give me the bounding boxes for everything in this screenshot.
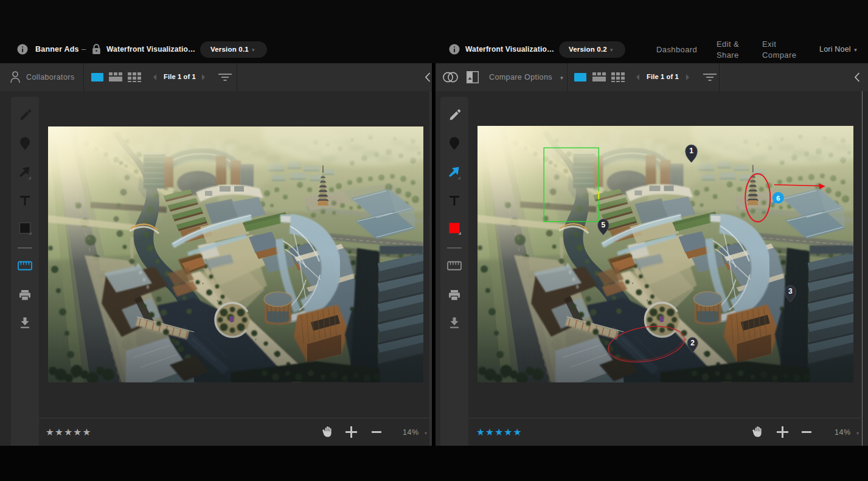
svg-text:5: 5	[601, 221, 605, 229]
svg-text:1: 1	[689, 147, 693, 155]
svg-text:3: 3	[788, 287, 793, 296]
svg-text:6: 6	[776, 195, 780, 202]
svg-text:2: 2	[690, 339, 695, 347]
